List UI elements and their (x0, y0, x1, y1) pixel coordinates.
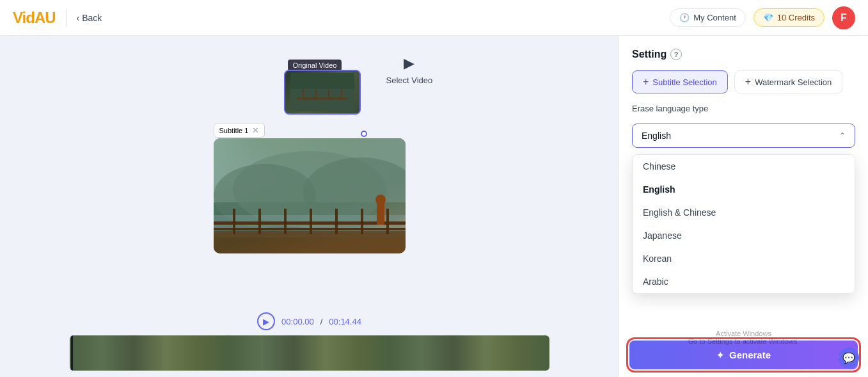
language-option-chinese[interactable]: Chinese (633, 155, 855, 178)
language-select-box[interactable]: English ⌃ (632, 124, 855, 148)
svg-rect-12 (214, 231, 406, 253)
subtitle-drag-handle[interactable] (361, 131, 367, 137)
timeline-thumbnails (70, 335, 549, 371)
header-right: 🕐 My Content 💎 10 Credits F (670, 6, 855, 29)
play-button[interactable]: ▶ (257, 312, 275, 330)
language-option-english-chinese[interactable]: English & Chinese (633, 201, 855, 224)
svg-rect-16 (258, 209, 261, 234)
original-video-preview (285, 71, 359, 113)
video-thumbnail-svg (290, 73, 354, 111)
logo: VidAU (13, 9, 56, 27)
original-video-container: Original Video (284, 55, 361, 115)
select-video-label: Select Video (386, 76, 433, 85)
erase-language-label: Erase language type (632, 104, 855, 113)
avatar[interactable]: F (832, 6, 855, 29)
watermark-selection-tab[interactable]: + Watermark Selection (734, 70, 843, 93)
help-icon[interactable]: ? (670, 49, 682, 60)
subtitle-tag: Subtitle 1 ✕ (214, 123, 265, 138)
header: VidAU ‹ Back 🕐 My Content 💎 10 Credits F (0, 0, 868, 36)
sparkle-icon: ✦ (716, 350, 724, 360)
language-option-arabic[interactable]: Arabic (633, 270, 855, 293)
timeline-playhead (71, 335, 73, 371)
main-layout: Original Video (0, 36, 868, 377)
subtitle-tag-label: Subtitle 1 (219, 127, 249, 134)
scene-svg (214, 138, 406, 253)
diamond-icon: 💎 (763, 13, 773, 22)
language-option-korean[interactable]: Korean (633, 247, 855, 270)
chat-icon[interactable]: 💬 (839, 348, 859, 368)
svg-rect-1 (290, 73, 354, 89)
subtitle-tab-label: Subtitle Selection (652, 77, 716, 87)
selected-language-display: English (642, 131, 671, 141)
canvas-area: Original Video (0, 36, 619, 377)
back-label: Back (82, 13, 102, 23)
back-arrow-icon: ‹ (77, 13, 80, 23)
language-option-english[interactable]: English (633, 178, 855, 201)
svg-rect-17 (284, 209, 287, 234)
avatar-letter: F (840, 12, 847, 24)
generate-button[interactable]: ✦ Generate (629, 341, 858, 369)
video-preview-container: Subtitle 1 ✕ (214, 138, 406, 253)
logo-text: VidAU (13, 9, 56, 26)
total-time: 00:14.44 (329, 317, 361, 326)
svg-rect-20 (361, 209, 363, 234)
svg-rect-18 (310, 209, 312, 234)
svg-rect-15 (233, 209, 235, 234)
timeline-area: ▶ 00:00.00 / 00:14.44 (13, 312, 606, 371)
svg-rect-21 (386, 209, 389, 234)
timeline-strip[interactable] (70, 335, 549, 371)
top-video-row: Original Video (118, 49, 501, 100)
windows-watermark-line1: Activate Windows (688, 330, 800, 337)
plus-icon-subtitle: + (643, 76, 649, 88)
header-divider (66, 9, 67, 27)
svg-rect-22 (377, 202, 384, 225)
language-option-japanese[interactable]: Japanese (633, 224, 855, 247)
clock-icon: 🕐 (679, 13, 690, 22)
video-preview (214, 138, 406, 253)
language-dropdown: Chinese English English & Chinese Japane… (632, 154, 855, 294)
generate-label: Generate (729, 349, 771, 360)
watermark-tab-label: Watermark Selection (755, 77, 832, 87)
select-video-button[interactable]: ▶ Select Video (386, 55, 433, 85)
current-time: 00:00.00 (281, 317, 314, 326)
my-content-button[interactable]: 🕐 My Content (670, 8, 745, 27)
tab-buttons: + Subtitle Selection + Watermark Selecti… (632, 70, 855, 93)
video-background (214, 138, 406, 253)
language-select-container: English ⌃ Chinese English English & Chin… (632, 124, 855, 148)
svg-rect-19 (335, 209, 338, 234)
time-separator: / (320, 317, 323, 326)
play-square-icon: ▶ (404, 55, 414, 72)
erase-language-section: Erase language type (632, 104, 855, 113)
setting-title-row: Setting ? (632, 49, 855, 60)
credits-button[interactable]: 💎 10 Credits (754, 8, 825, 27)
original-video-thumbnail[interactable] (284, 70, 361, 115)
credits-label: 10 Credits (777, 13, 815, 22)
playback-controls: ▶ 00:00.00 / 00:14.44 (257, 312, 361, 330)
my-content-label: My Content (693, 13, 736, 22)
right-panel: Setting ? + Subtitle Selection + Waterma… (619, 36, 868, 377)
plus-icon-watermark: + (745, 76, 751, 88)
subtitle-close-icon[interactable]: ✕ (252, 125, 259, 135)
setting-title: Setting (632, 49, 667, 60)
back-button[interactable]: ‹ Back (77, 13, 102, 23)
chevron-up-icon: ⌃ (839, 131, 846, 140)
svg-point-23 (375, 195, 386, 205)
subtitle-selection-tab[interactable]: + Subtitle Selection (632, 70, 728, 93)
